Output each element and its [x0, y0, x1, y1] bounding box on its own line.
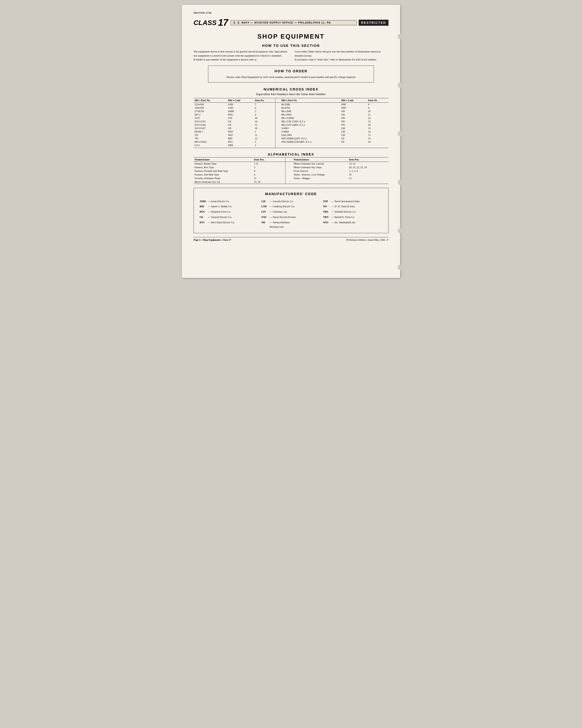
manufacturer-desc: — Acme Electric Co. — [208, 199, 230, 204]
table-cell: 287-2 — [194, 113, 227, 116]
table-cell: NSP — [340, 103, 367, 106]
table-cell: 13 — [367, 133, 388, 137]
manufacturer-code: DOC — [200, 210, 207, 214]
table-cell: SAE-200J — [280, 133, 340, 137]
how-to-order-title: HOW TO ORDER — [216, 69, 366, 73]
manufacturer-desc: — General Electric Co. — [208, 215, 232, 219]
table-cell: 10 — [348, 173, 388, 176]
table-cell: Furnace, Basket Type — [194, 162, 253, 165]
manufacturer-code: AMH — [200, 199, 207, 204]
table-cell: 1 — [254, 144, 275, 148]
manufacturer-desc: — Naval Aeronautical Spec. — [331, 199, 360, 204]
table-cell — [275, 137, 280, 140]
table-cell: Motor Generator Set, Lincoln — [293, 162, 348, 165]
table-cell: Furnace, Portable Salt Bath Type — [194, 169, 253, 173]
table-cell: 11 — [253, 176, 285, 180]
table-cell — [348, 180, 388, 184]
table-cell: 7, 8 — [253, 162, 285, 165]
table-row: 1216-EHLND7M-250BNSP9 — [194, 103, 388, 106]
table-cell: LND — [227, 103, 254, 106]
class-number: 17 — [218, 18, 228, 28]
manufacturer-code: LTF — [261, 210, 269, 214]
table-cell: LIE — [340, 130, 367, 133]
col-header-mfr-part-2: Mfr's Part No. — [280, 98, 340, 103]
table-cell — [275, 113, 280, 116]
table-cell: 14 — [367, 130, 388, 133]
table-row: HD-153012HVI5WD-3200B (220/440V. A.C.)GE… — [194, 140, 388, 144]
table-cell: 7 — [254, 103, 275, 106]
table-cell: HD-153012 — [194, 140, 227, 144]
table-cell: 21 — [367, 113, 388, 116]
table-cell: 69344-1 — [194, 130, 227, 133]
table-cell: 15 — [254, 123, 275, 126]
manufacturer-entry: NSP— Naval Aeronautical Spec. — [323, 199, 382, 204]
table-cell: S-6063 — [280, 126, 340, 130]
table-cell — [340, 144, 367, 148]
manufacturer-code: TRE — [323, 210, 330, 214]
manufacturer-code: WEI — [323, 220, 330, 225]
table-cell: GE — [227, 120, 254, 123]
table-cell: LIE — [340, 133, 367, 137]
class-word: CLASS — [194, 19, 217, 27]
table-cell: 9 — [367, 103, 388, 106]
table-cell: NSP — [340, 106, 367, 109]
manufacturer-entry: TRE— Trimbell Electric Co. — [323, 210, 382, 214]
table-row: 287-2DOC4MG-205FON21 — [194, 113, 388, 116]
header-bar: CLASS 17 U. S. NAVY — AVIATION SUPPLY OF… — [194, 18, 388, 28]
section-label: SECTION 1739 — [194, 11, 388, 14]
table-cell: 10 — [254, 116, 275, 120]
table-cell: DOC — [227, 113, 254, 116]
table-cell: 8 — [254, 106, 275, 109]
table-cell: Motor Generator Set, Onan — [293, 165, 348, 169]
table-cell: 705 — [194, 137, 227, 140]
table-cell: ON — [340, 116, 367, 120]
manufacturers-code-grid: AMH— Acme Electric Co.LIE— Lincoln Elect… — [200, 199, 382, 229]
table-cell: 1216-EH — [194, 103, 227, 106]
alpha-col-item-2: Item Nos. — [348, 157, 388, 162]
manufacturer-desc: — Naval Aircraft Factory — [270, 215, 296, 219]
table-cell: WEI — [227, 133, 254, 137]
table-cell: 16 — [254, 126, 275, 130]
table-cell: BID — [227, 137, 254, 140]
alphabetical-index-table: Nomenclature Item Nos. Nomenclature Item… — [194, 157, 388, 184]
manufacturer-code: LIE — [261, 199, 269, 204]
manufacturer-entry: ON— D. W. Onan & Sons — [323, 204, 382, 209]
table-cell: 6 — [253, 173, 285, 176]
table-row: Growler, Armature Tester11Tester—Megger1… — [194, 176, 388, 180]
table-cell — [275, 116, 280, 120]
col-header-mfr-code-1: Mfr's Code — [227, 98, 254, 103]
table-cell — [285, 180, 293, 184]
binder-hole — [398, 131, 403, 136]
table-cell: 22 — [367, 116, 388, 120]
table-cell: AMH — [227, 109, 254, 113]
table-cell: 13 — [367, 126, 388, 130]
how-to-use-title: HOW TO USE THIS SECTION — [194, 44, 388, 48]
table-border-row — [194, 184, 388, 184]
table-cell: WD-3200B (220V. D.C.) — [280, 137, 340, 140]
alpha-col-nom-2: Nomenclature — [293, 157, 348, 162]
binder-hole — [398, 82, 403, 88]
table-cell: 16 — [367, 140, 388, 144]
table-cell: LIE — [340, 126, 367, 130]
col-header-item-no-1: Item No. — [254, 98, 275, 103]
table-cell: 6 — [367, 106, 388, 109]
manufacturer-code: ON — [323, 204, 330, 209]
main-title: SHOP EQUIPMENT — [194, 33, 388, 40]
table-row: 5LY115A6GE15MG-213F (440V. A.C.)ON24 — [194, 123, 388, 126]
table-cell: LND — [227, 106, 254, 109]
table-cell — [275, 140, 280, 144]
table-cell — [275, 106, 280, 109]
manufacturer-desc: — Despatch Oven Co. — [208, 210, 231, 214]
manufacturer-entry: WEI— Jos. Weidenhoff, Inc. — [323, 220, 382, 229]
table-cell — [293, 180, 348, 184]
manufacturer-code: GE — [200, 215, 207, 219]
table-cell: 16 — [254, 120, 275, 123]
table-cell: 5 — [254, 140, 275, 144]
table-cell: 4 — [254, 113, 275, 116]
table-cell: Tester—Megger — [293, 176, 348, 180]
table-cell: MG-213F (220V. A.C.) — [280, 120, 340, 123]
numerical-cross-index-title: NUMERICAL CROSS INDEX — [194, 87, 388, 91]
manufacturer-code: NH — [261, 220, 269, 225]
numerical-cross-index-table: Mfr's Part No. Mfr's Code Item No. Mfr's… — [194, 98, 388, 148]
manufacturer-desc: — Norma Hoffman Bearing Corp. — [270, 220, 290, 229]
